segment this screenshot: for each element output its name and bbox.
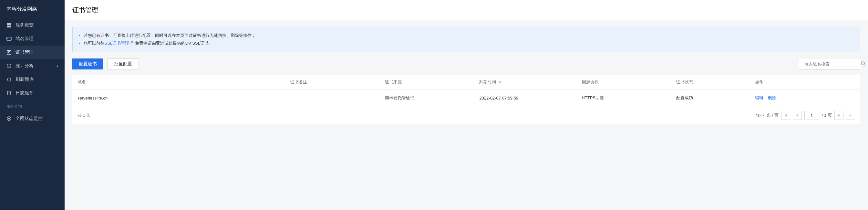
svg-rect-5 [7,51,11,54]
sidebar-item-label: 全网状态监控 [16,116,42,121]
cell-remark [285,90,380,106]
sidebar-item-monitor[interactable]: 全网状态监控 [0,112,65,125]
page-next-button[interactable] [834,111,843,120]
svg-rect-3 [9,26,11,27]
th-remark: 证书备注 [285,74,380,90]
page-last-button[interactable] [846,111,855,120]
sidebar-item-log[interactable]: 日志服务 [0,86,65,100]
sidebar-item-label: 服务概览 [16,22,34,28]
cell-origin-proto: HTTPS回源 [577,90,671,106]
pagination: 共 1 条 10 ▼ 条 / 页 [72,106,860,124]
th-action: 操作 [750,74,860,90]
sidebar-item-overview[interactable]: 服务概览 [0,19,65,32]
sidebar-item-label: 统计分析 [16,63,34,69]
page-controls: 10 ▼ 条 / 页 / 1 页 [756,111,855,120]
table-row: serverlesslife.cn 腾讯云托管证书 2022-02-07 07:… [72,90,860,106]
cell-status: 配置成功 [671,90,750,106]
ssl-manage-link[interactable]: SSL证书管理 [104,41,129,46]
cert-icon [6,50,11,55]
monitor-icon [6,116,11,121]
info-box: 若您已有证书，可直接上传进行配置，同时可以在本页面对证书进行无缝切换、删除等操作… [72,27,860,52]
svg-rect-2 [7,26,9,27]
cell-domain: serverlesslife.cn [72,90,285,106]
th-expire[interactable]: 到期时间 ⇅ [474,74,577,90]
sidebar-item-label: 证书管理 [16,50,34,55]
main-content: 证书管理 若您已有证书，可直接上传进行配置，同时可以在本页面对证书进行无缝切换、… [65,0,868,210]
overview-icon [6,23,11,28]
page-input[interactable] [804,111,819,120]
configure-cert-button[interactable]: 配置证书 [72,58,103,69]
sidebar-item-cert[interactable]: 证书管理 [0,46,65,59]
sidebar-item-label: 日志服务 [16,90,34,96]
svg-rect-0 [7,23,9,25]
delete-link[interactable]: 删除 [768,95,776,100]
page-total-pages: / 1 页 [822,113,832,118]
sidebar-item-label: 域名管理 [16,36,34,42]
log-icon [6,90,11,96]
cell-source: 腾讯云托管证书 [380,90,474,106]
page-title: 证书管理 [65,0,868,20]
sidebar-item-label: 刷新预热 [16,77,34,82]
svg-rect-1 [9,23,11,25]
page-first-button[interactable] [781,111,790,120]
info-line-2: 您可以前往SSL证书管理 免费申请由亚洲诚信提供的DV SSL证书。 [79,39,854,47]
external-link-icon [130,39,134,47]
search-icon[interactable] [861,61,866,67]
th-source: 证书来源 [380,74,474,90]
search-input[interactable] [802,59,861,69]
domain-icon [6,36,11,41]
cert-table: 域名 证书备注 证书来源 到期时间 ⇅ 回源协议 证书状态 操作 [72,74,860,106]
batch-configure-button[interactable]: 批量配置 [107,58,139,69]
svg-point-10 [861,62,864,65]
svg-point-9 [8,118,10,119]
refresh-icon [6,77,11,82]
edit-link[interactable]: 编辑 [755,95,764,100]
cell-actions: 编辑 删除 [750,90,860,106]
svg-point-8 [7,117,11,121]
chevron-down-icon: ▼ [762,114,765,117]
th-domain: 域名 [72,74,285,90]
stats-icon [6,63,11,68]
sidebar-item-stats[interactable]: 统计分析 ▾ [0,59,65,73]
page-prev-button[interactable] [793,111,802,120]
sidebar-title: 内容分发网络 [0,0,65,19]
page-total: 共 1 条 [78,113,90,118]
info-line-1: 若您已有证书，可直接上传进行配置，同时可以在本页面对证书进行无缝切换、删除等操作… [79,32,854,39]
sidebar-item-refresh[interactable]: 刷新预热 [0,73,65,86]
sort-icon: ⇅ [499,80,501,84]
page-size-select[interactable]: 10 ▼ 条 / 页 [756,113,779,118]
cell-expire: 2022-02-07 07:59:59 [474,90,577,106]
table-wrap: 域名 证书备注 证书来源 到期时间 ⇅ 回源协议 证书状态 操作 [72,74,860,124]
sidebar-item-domain[interactable]: 域名管理 [0,32,65,46]
search-box [799,59,860,69]
sidebar-section-title: 服务查询 [0,100,65,112]
chevron-down-icon: ▾ [57,64,58,68]
th-status: 证书状态 [671,74,750,90]
sidebar: 内容分发网络 服务概览 域名管理 证书管理 统计分析 [0,0,65,210]
action-bar: 配置证书 批量配置 [72,58,860,69]
th-origin-proto: 回源协议 [577,74,671,90]
